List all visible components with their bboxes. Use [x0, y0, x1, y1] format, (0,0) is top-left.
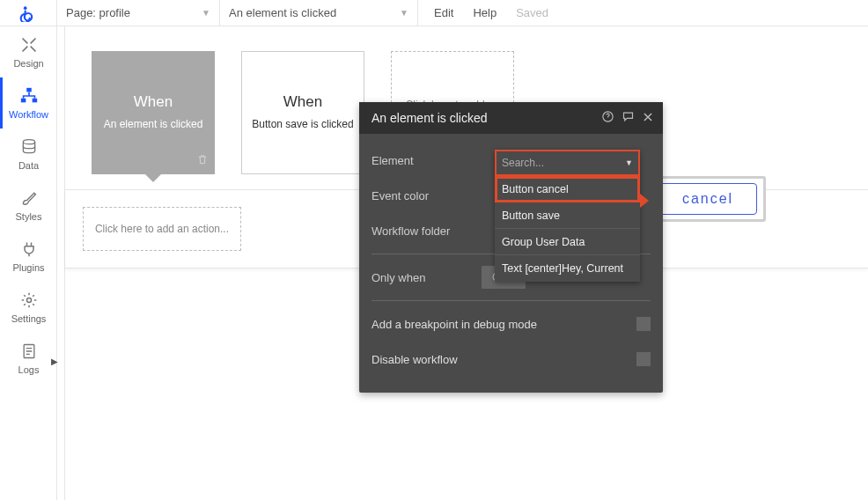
- menu-help[interactable]: Help: [473, 6, 497, 19]
- database-icon: [19, 137, 39, 157]
- cancel-button[interactable]: cancel: [658, 183, 757, 215]
- svg-rect-3: [20, 99, 26, 103]
- svg-point-1: [25, 13, 32, 20]
- plug-icon: [19, 239, 39, 259]
- rail-plugins[interactable]: Plugins: [0, 231, 57, 282]
- add-action-placeholder[interactable]: Click here to add an action...: [83, 207, 241, 251]
- chevron-down-icon: ▼: [202, 8, 210, 18]
- svg-point-5: [23, 140, 34, 144]
- event-type-dropdown[interactable]: An element is clicked ▼: [220, 0, 418, 26]
- label-event-color: Event color: [371, 189, 482, 202]
- row-disable-workflow: Disable workflow: [371, 342, 651, 377]
- top-menu: Edit Help Saved: [418, 6, 548, 19]
- dropdown-option-group-user-data[interactable]: Group User Data: [495, 229, 640, 255]
- event-pointer-icon: [144, 173, 162, 182]
- dropdown-option-button-save[interactable]: Button save: [495, 202, 640, 229]
- dropdown-option-button-cancel[interactable]: Button cancel: [495, 176, 640, 202]
- event-card[interactable]: When Button save is clicked: [241, 51, 364, 174]
- dropdown-option-text-hey-current[interactable]: Text [center]Hey, Current: [495, 255, 640, 282]
- rail-workflow[interactable]: Workflow: [0, 77, 57, 129]
- trash-icon[interactable]: [196, 153, 209, 168]
- gear-icon: [19, 290, 39, 310]
- label-only-when: Only when: [371, 271, 482, 284]
- left-rail: Design Workflow Data Styles Plugins Sett…: [0, 26, 57, 500]
- brush-icon: [19, 188, 39, 208]
- rail-design[interactable]: Design: [0, 26, 57, 77]
- label-breakpoint: Add a breakpoint in debug mode: [371, 318, 537, 331]
- dialog-header[interactable]: An element is clicked: [359, 102, 663, 134]
- page-selector-dropdown[interactable]: Page: profile ▼: [57, 0, 220, 26]
- label-workflow-folder: Workflow folder: [371, 224, 482, 238]
- rail-logs[interactable]: Logs: [0, 333, 57, 384]
- bubble-logo-icon: [19, 4, 37, 22]
- menu-edit[interactable]: Edit: [434, 6, 453, 19]
- divider: [371, 300, 651, 301]
- event-card-selected[interactable]: When An element is clicked: [92, 51, 215, 174]
- rail-expand-caret[interactable]: ▶: [51, 357, 58, 366]
- close-icon[interactable]: [642, 111, 654, 126]
- add-action-label: Click here to add an action...: [95, 223, 229, 235]
- dropdown-search-input[interactable]: Search... ▼: [495, 150, 640, 176]
- save-status: Saved: [516, 6, 548, 19]
- svg-point-0: [24, 6, 27, 10]
- chevron-down-icon: ▼: [625, 158, 633, 167]
- logs-icon: [19, 342, 39, 361]
- callout-arrow-icon: [640, 194, 649, 208]
- element-dropdown[interactable]: Search... ▼ Button cancel Button save Gr…: [495, 150, 640, 282]
- disable-workflow-checkbox[interactable]: [636, 352, 651, 366]
- top-bar: Page: profile ▼ An element is clicked ▼ …: [0, 0, 868, 26]
- target-element-frame: cancel: [650, 176, 766, 222]
- event-when-label: When: [283, 93, 322, 111]
- label-disable-workflow: Disable workflow: [371, 353, 458, 366]
- workflow-icon: [19, 86, 39, 106]
- rail-styles[interactable]: Styles: [0, 180, 57, 231]
- design-icon: [19, 35, 39, 55]
- label-element: Element: [371, 154, 482, 167]
- brand-logo: [0, 0, 57, 26]
- chevron-down-icon: ▼: [400, 8, 408, 18]
- comment-icon[interactable]: [622, 110, 635, 126]
- svg-rect-4: [32, 99, 36, 103]
- svg-rect-2: [26, 88, 32, 92]
- search-placeholder: Search...: [502, 157, 544, 169]
- dialog-title: An element is clicked: [371, 111, 488, 125]
- event-desc: Button save is clicked: [252, 118, 353, 132]
- rail-settings[interactable]: Settings: [0, 282, 57, 333]
- breakpoint-checkbox[interactable]: [636, 317, 651, 331]
- event-when-label: When: [134, 93, 173, 111]
- rail-data[interactable]: Data: [0, 129, 57, 180]
- event-desc: An element is clicked: [104, 118, 203, 132]
- help-icon[interactable]: [601, 110, 614, 126]
- cancel-button-label: cancel: [682, 191, 733, 207]
- event-type-label: An element is clicked: [229, 6, 336, 19]
- svg-point-6: [26, 298, 31, 303]
- row-breakpoint: Add a breakpoint in debug mode: [371, 306, 651, 342]
- page-selector-label: Page: profile: [66, 6, 130, 19]
